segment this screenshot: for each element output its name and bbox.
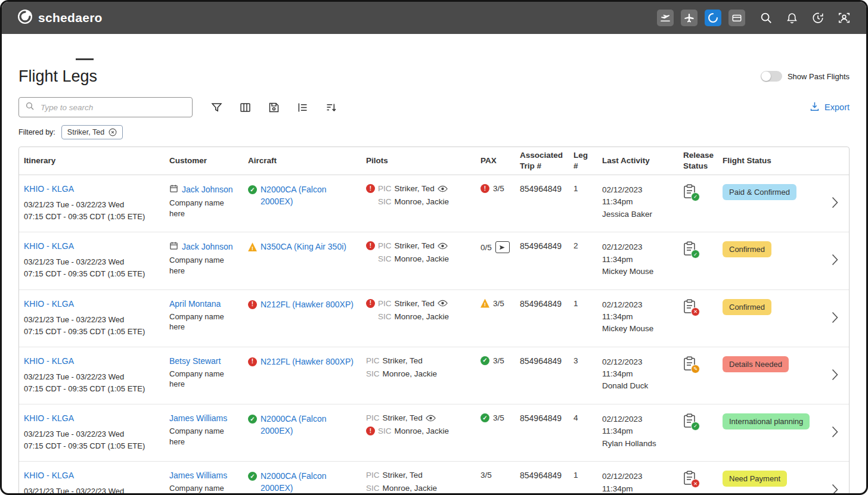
eye-icon[interactable]	[426, 415, 436, 422]
table-row[interactable]: KHIO - KLGA 03/21/23 Tue - 03/22/23 Wed …	[19, 462, 849, 495]
customer-link[interactable]: Jack Johnson	[182, 185, 233, 194]
customer-link[interactable]: Jack Johnson	[182, 242, 233, 251]
pic-alert-icon	[366, 241, 375, 250]
row-chevron-icon[interactable]	[832, 426, 838, 440]
pic-name: Striker, Ted	[383, 356, 423, 365]
aircraft-link[interactable]: N350CA (King Air 350i)	[261, 241, 346, 253]
filter-icon[interactable]	[210, 101, 223, 114]
aircraft-link[interactable]: N212FL (Hawker 800XP)	[261, 299, 354, 311]
flight-dates: 03/21/23 Tue - 03/22/23 Wed	[24, 314, 160, 326]
saved-view-icon[interactable]	[268, 101, 280, 114]
pic-name: Striker, Ted	[395, 299, 435, 308]
show-past-flights-toggle[interactable]	[761, 71, 782, 82]
aircraft-link[interactable]: N2000CA (Falcon 2000EX)	[261, 413, 356, 437]
pax-count: 0/5	[480, 243, 492, 252]
sic-name: Monroe, Jackie	[395, 312, 450, 321]
pax-count: 3/5	[480, 471, 492, 480]
release-status-icon	[683, 299, 697, 315]
flight-times: 07:15 CDT - 09:35 CDT (1:05 ETE)	[24, 383, 160, 395]
table-row[interactable]: KHIO - KLGA 03/21/23 Tue - 03/22/23 Wed …	[19, 232, 849, 289]
history-icon[interactable]	[811, 11, 824, 24]
sic-label: SIC	[378, 426, 392, 435]
table-body: KHIO - KLGA 03/21/23 Tue - 03/22/23 Wed …	[19, 175, 849, 495]
row-chevron-icon[interactable]	[832, 254, 838, 267]
associated-trip-number: 854964849	[515, 299, 569, 309]
aircraft-link[interactable]: N2000CA (Falcon 2000EX)	[261, 471, 356, 494]
column-header-release-status: Release Status	[678, 150, 718, 171]
itinerary-link[interactable]: KHIO - KLGA	[24, 413, 74, 423]
release-status-badge	[691, 422, 700, 431]
flight-status-badge: Paid & Confirmed	[723, 184, 796, 200]
aircraft-link[interactable]: N212FL (Hawker 800XP)	[261, 356, 354, 368]
sic-label: SIC	[378, 197, 392, 206]
brand-name: schedaero	[38, 11, 103, 25]
leg-number: 1	[569, 471, 597, 480]
sort-icon[interactable]	[325, 101, 337, 114]
flight-status-badge: Confirmed	[723, 241, 771, 257]
customer-link[interactable]: James Williams	[169, 413, 227, 423]
export-button[interactable]: Export	[809, 101, 850, 114]
flight-status-badge: Confirmed	[723, 299, 771, 315]
release-status-icon	[683, 413, 697, 429]
customer-link[interactable]: Betsy Stewart	[169, 356, 221, 366]
search-input[interactable]	[39, 102, 186, 113]
aircraft-link[interactable]: N2000CA (Falcon 2000EX)	[261, 184, 356, 207]
eye-icon[interactable]	[438, 185, 448, 192]
row-chevron-icon[interactable]	[832, 369, 838, 382]
schedaero-app-icon[interactable]	[705, 10, 721, 26]
eye-icon[interactable]	[438, 242, 448, 250]
pic-name: Striker, Ted	[383, 413, 423, 422]
flight-status-badge: International planning	[723, 413, 810, 429]
flight-dates: 03/21/23 Tue - 03/22/23 Wed	[24, 371, 160, 383]
filtered-by-label: Filtered by:	[18, 128, 55, 136]
customer-link[interactable]: James Williams	[169, 471, 227, 480]
itinerary-link[interactable]: KHIO - KLGA	[24, 471, 74, 480]
brand-logo[interactable]: schedaero	[17, 9, 103, 27]
itinerary-link[interactable]: KHIO - KLGA	[24, 184, 74, 194]
list-icon[interactable]	[296, 101, 309, 114]
paynode-app-icon[interactable]	[728, 10, 745, 26]
customer-link[interactable]: April Montana	[169, 299, 221, 309]
pic-alert-icon	[366, 299, 375, 308]
flight-dates: 03/21/23 Tue - 03/22/23 Wed	[24, 485, 160, 495]
column-header-leg: Leg #	[569, 150, 597, 171]
sic-label: SIC	[366, 369, 380, 378]
itinerary-link[interactable]: KHIO - KLGA	[24, 356, 74, 366]
customer-booking-icon	[169, 184, 178, 195]
customer-company: Company name here	[169, 255, 235, 276]
airplane-app-icon[interactable]	[681, 10, 698, 26]
pax-count: 3/5	[493, 356, 504, 365]
notifications-bell-icon[interactable]	[786, 12, 798, 24]
pic-label: PIC	[378, 299, 392, 308]
flight-dates: 03/21/23 Tue - 03/22/23 Wed	[24, 428, 160, 440]
pax-status-icon	[480, 299, 489, 308]
filter-chip-label: Striker, Ted	[67, 128, 104, 136]
pic-alert-icon	[366, 184, 375, 193]
customer-company: Company name here	[169, 312, 235, 332]
itinerary-link[interactable]: KHIO - KLGA	[24, 299, 74, 309]
send-itinerary-icon[interactable]	[495, 241, 510, 253]
row-chevron-icon[interactable]	[832, 197, 838, 210]
activity-user: Donald Duck	[602, 380, 674, 392]
associated-trip-number: 854964849	[515, 184, 569, 194]
columns-icon[interactable]	[239, 101, 252, 114]
itinerary-link[interactable]: KHIO - KLGA	[24, 241, 74, 251]
table-row[interactable]: KHIO - KLGA 03/21/23 Tue - 03/22/23 Wed …	[19, 347, 849, 404]
takeoff-app-icon[interactable]	[657, 10, 674, 26]
activity-date: 02/12/2023	[602, 241, 674, 253]
table-row[interactable]: KHIO - KLGA 03/21/23 Tue - 03/22/23 Wed …	[19, 404, 849, 462]
remove-filter-icon[interactable]	[108, 128, 117, 136]
aircraft-status-icon	[248, 300, 257, 309]
aircraft-status-icon	[248, 242, 257, 251]
row-chevron-icon[interactable]	[832, 484, 838, 495]
table-row[interactable]: KHIO - KLGA 03/21/23 Tue - 03/22/23 Wed …	[19, 290, 849, 347]
flight-times: 07:15 CDT - 09:35 CDT (1:05 ETE)	[24, 440, 160, 452]
sic-alert-icon	[366, 426, 375, 435]
search-icon[interactable]	[760, 11, 773, 24]
eye-icon[interactable]	[438, 300, 448, 307]
table-row[interactable]: KHIO - KLGA 03/21/23 Tue - 03/22/23 Wed …	[19, 175, 849, 232]
account-scan-icon[interactable]	[838, 11, 851, 24]
row-chevron-icon[interactable]	[832, 312, 838, 325]
activity-time: 11:34pm	[602, 368, 674, 380]
activity-time: 11:34pm	[602, 425, 674, 437]
